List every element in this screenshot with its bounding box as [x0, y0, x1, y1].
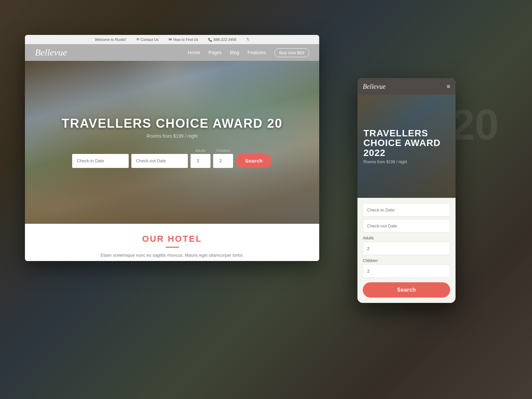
- mobile-mockup: Bellevue ≡ TRAVELLERS CHOICE AWARD 2022 …: [357, 78, 456, 303]
- nav-links: Home Pages Blog Features Buy now $69: [188, 48, 309, 57]
- desktop-mockup: Welcome to Rustic! Contact Us How to Fin…: [25, 35, 319, 261]
- adults-input[interactable]: [191, 154, 210, 168]
- twitter-icon: [246, 37, 249, 42]
- children-group: Children: [213, 149, 233, 168]
- nav-blog[interactable]: Blog: [230, 50, 239, 55]
- nav-home[interactable]: Home: [188, 50, 200, 55]
- mobile-navbar: Bellevue ≡: [357, 78, 456, 95]
- hero-title: TRAVELLERS CHOICE AWARD 20: [62, 117, 282, 131]
- desktop-logo[interactable]: Bellevue: [35, 47, 67, 58]
- mobile-hero-subtitle: Rooms from $199 / night: [363, 160, 450, 164]
- our-hotel-description: Etiam scelerisque nunc eu sagittis rhonc…: [38, 252, 306, 261]
- mobile-adults-label: Adults: [363, 236, 450, 240]
- our-hotel-title: OUR HOTEL: [38, 234, 306, 244]
- mobile-adults-input[interactable]: [363, 242, 450, 255]
- checkout-group: [131, 154, 188, 168]
- desktop-navbar: Bellevue Home Pages Blog Features Buy no…: [25, 44, 319, 61]
- mobile-checkin-input[interactable]: [363, 203, 450, 216]
- mobile-hero-title: TRAVELLERS CHOICE AWARD 2022: [363, 128, 450, 158]
- welcome-text: Welcome to Rustic!: [95, 38, 126, 42]
- children-label: Children: [213, 149, 233, 153]
- desktop-topbar: Welcome to Rustic! Contact Us How to Fin…: [25, 35, 319, 44]
- desktop-search-button[interactable]: Search: [236, 154, 272, 168]
- mobile-children-input[interactable]: [363, 264, 450, 278]
- hero-bg: [25, 61, 319, 224]
- desktop-search-form: Adults Children Search: [72, 149, 272, 168]
- mail-icon: [136, 37, 139, 42]
- twitter-link[interactable]: [246, 37, 249, 42]
- bg-numbers-right: 20: [451, 100, 499, 150]
- children-input[interactable]: [213, 154, 233, 168]
- checkin-input[interactable]: [72, 154, 129, 168]
- contact-link[interactable]: Contact Us: [136, 37, 159, 42]
- phone-link[interactable]: 888-222-3456: [208, 38, 236, 42]
- mobile-search-button[interactable]: Search: [363, 282, 450, 298]
- our-hotel-divider: [166, 247, 179, 248]
- nav-pages[interactable]: Pages: [208, 50, 222, 55]
- buy-button[interactable]: Buy now $69: [274, 48, 309, 57]
- map-icon: [169, 38, 172, 42]
- mobile-children-label: Children: [363, 258, 450, 263]
- mobile-search-form: Adults Children Search: [357, 198, 456, 303]
- phone-icon: [208, 38, 212, 42]
- hamburger-icon[interactable]: ≡: [447, 83, 450, 90]
- checkout-input[interactable]: [131, 154, 188, 168]
- desktop-hero: TRAVELLERS CHOICE AWARD 20 Rooms from $1…: [25, 61, 319, 224]
- find-us-link[interactable]: How to Find Us: [169, 38, 198, 42]
- our-hotel-section: OUR HOTEL Etiam scelerisque nunc eu sagi…: [25, 224, 319, 261]
- adults-label: Adults: [191, 149, 210, 153]
- checkin-group: [72, 154, 129, 168]
- mobile-checkout-input[interactable]: [363, 219, 450, 232]
- adults-group: Adults: [191, 149, 210, 168]
- nav-features[interactable]: Features: [248, 50, 266, 55]
- hero-subtitle: Rooms from $199 / night: [147, 133, 198, 139]
- mobile-logo[interactable]: Bellevue: [363, 83, 386, 90]
- mobile-hero: TRAVELLERS CHOICE AWARD 2022 Rooms from …: [357, 95, 456, 198]
